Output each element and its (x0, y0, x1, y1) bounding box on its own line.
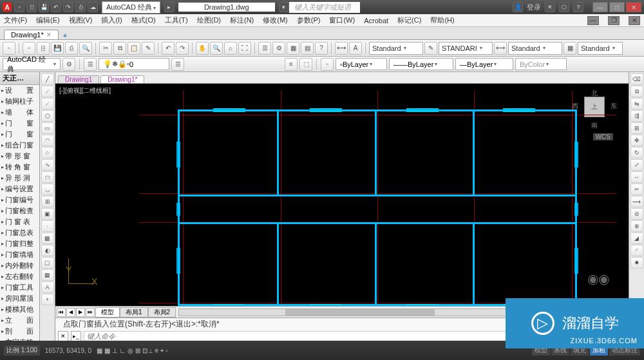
save2-icon[interactable]: 💾 (51, 42, 64, 55)
signin-icon[interactable]: 👤 (513, 2, 523, 12)
table-style-dropdown[interactable]: Standard▾ (508, 42, 562, 55)
palette-item[interactable]: 带 形 窗 (0, 151, 39, 162)
lineweight-dropdown[interactable]: — ByLayer (455, 58, 513, 70)
arc-icon[interactable]: ◠ (41, 135, 54, 146)
sheet-icon[interactable]: ▤ (301, 42, 314, 55)
text-icon[interactable]: A (349, 42, 362, 55)
layer-filter-icon[interactable]: ≡ (285, 58, 298, 71)
minimize-button[interactable]: — (592, 2, 608, 12)
palette-item[interactable]: 门窗归整 (0, 238, 39, 249)
menu-markup[interactable]: 标记(C) (397, 15, 421, 25)
extend-icon[interactable]: ⟶ (630, 196, 643, 207)
new2-icon[interactable]: ▫ (23, 42, 35, 55)
polygon-icon[interactable]: ⬠ (41, 110, 54, 122)
paste-icon[interactable]: 📋 (128, 42, 140, 55)
line-icon[interactable]: ╱ (41, 73, 54, 85)
menu-draw[interactable]: 绘图(D) (197, 15, 221, 25)
zoom-icon[interactable]: 🔍 (210, 42, 223, 55)
doc-tab[interactable]: Drawing1*✕ (4, 30, 59, 39)
color-dropdown[interactable]: ▫ ByLayer (336, 58, 387, 70)
zoom-win-icon[interactable]: ⌕ (224, 42, 237, 55)
palette-item[interactable]: 左右翻转 (0, 271, 39, 282)
undo2-icon[interactable]: ↶ (162, 42, 175, 55)
exchange-icon[interactable]: ✕ (545, 2, 555, 12)
palette-item[interactable]: 门窗编号 (0, 194, 39, 205)
polyline-icon[interactable]: ⟋ (41, 98, 54, 109)
redo2-icon[interactable]: ↷ (176, 42, 189, 55)
maximize-button[interactable]: □ (609, 2, 625, 12)
hatch-icon[interactable]: ▩ (41, 232, 54, 244)
chamfer-icon[interactable]: ◢ (630, 232, 643, 244)
menu-modify[interactable]: 修改(M) (263, 15, 288, 25)
menu-dim[interactable]: 标注(N) (230, 15, 254, 25)
print2-icon[interactable]: ⎙ (65, 42, 78, 55)
layer-props-icon[interactable]: ☰ (84, 58, 97, 71)
preview-icon[interactable]: 🔍 (79, 42, 92, 55)
rotate-icon[interactable]: ↻ (630, 147, 643, 158)
doc-minimize-button[interactable]: — (587, 16, 599, 25)
palette-item[interactable]: 门 窗 (0, 129, 39, 140)
cut-icon[interactable]: ✂ (99, 42, 112, 55)
steering-wheel-icon[interactable]: ◉◉ (587, 271, 609, 287)
layout-tab-2[interactable]: 布局2 (148, 307, 176, 317)
style-mgr-icon[interactable]: ✎ (424, 42, 437, 55)
block-icon[interactable]: ▣ (41, 208, 54, 220)
table-icon[interactable]: ▦ (41, 269, 54, 281)
dim-icon[interactable]: ⟷ (335, 42, 348, 55)
menu-edit[interactable]: 编辑(E) (36, 15, 60, 25)
drawing-tab-active[interactable]: Drawing1* (100, 75, 144, 83)
region-icon[interactable]: ▢ (41, 257, 54, 269)
navcube-south[interactable]: 南 (572, 121, 617, 130)
scale-icon[interactable]: ⤢ (630, 159, 643, 171)
workspace-dropdown[interactable]: AutoCAD 经典 (102, 1, 160, 14)
menu-format[interactable]: 格式(O) (131, 15, 156, 25)
close-button[interactable]: ✕ (626, 2, 641, 12)
open2-icon[interactable]: ⌸ (37, 42, 50, 55)
palette-item[interactable]: 转 角 窗 (0, 162, 39, 173)
point-icon[interactable]: · (41, 220, 54, 232)
layer-state-icon[interactable]: ☰ (171, 58, 184, 71)
dim-style-dropdown[interactable]: STANDARI▾ (439, 42, 493, 55)
move-icon[interactable]: ✥ (630, 135, 643, 146)
ellipse-icon[interactable]: ⬭ (41, 171, 54, 183)
linetype-dropdown[interactable]: —— ByLayer (389, 58, 453, 70)
layout-model-tab[interactable]: 模型 (95, 307, 120, 317)
save-icon[interactable]: 💾 (39, 2, 49, 12)
menu-param[interactable]: 参数(P) (297, 15, 321, 25)
tab-next-icon[interactable]: ▶ (76, 308, 85, 317)
tab-prev-icon[interactable]: ◀ (66, 308, 75, 317)
match-icon[interactable]: ✎ (142, 42, 155, 55)
dim-mgr-icon[interactable]: ⟷ (494, 42, 507, 55)
open-icon[interactable]: ⌸ (26, 2, 37, 12)
view-label[interactable]: [-][俯视][二维线框] (59, 86, 111, 95)
table-mgr-icon[interactable]: ▦ (564, 42, 576, 55)
palette-item[interactable]: 门 窗 表 (0, 216, 39, 227)
addsel-icon[interactable]: + (41, 294, 54, 305)
print-icon[interactable]: ⎙ (75, 2, 86, 12)
tool-palette-icon[interactable]: ▦ (287, 42, 299, 55)
xline-icon[interactable]: ⟋ (41, 86, 54, 97)
login-label[interactable]: 登录 (527, 3, 541, 12)
palette-item[interactable]: 剖 面 (0, 326, 39, 337)
copy-icon[interactable]: ⧉ (113, 42, 126, 55)
palette-item[interactable]: 立 面 (0, 315, 39, 326)
palette-item[interactable]: 内外翻转 (0, 260, 39, 271)
undo-icon[interactable]: ↶ (51, 2, 61, 12)
mtext-icon[interactable]: A (41, 281, 54, 293)
wcs-label[interactable]: WCS (593, 133, 613, 140)
join-icon[interactable]: ⊕ (630, 220, 643, 232)
new-file-icon[interactable]: ▫ (3, 42, 15, 55)
erase-icon[interactable]: ⌫ (630, 73, 643, 85)
mirror-icon[interactable]: ⇋ (630, 98, 643, 109)
scale-display[interactable]: 比例 1:100 (4, 345, 40, 355)
help-icon[interactable]: ? (573, 2, 583, 12)
pan-icon[interactable]: ✋ (196, 42, 209, 55)
menu-tools[interactable]: 工具(T) (165, 15, 188, 25)
circle-icon[interactable]: ○ (41, 147, 54, 158)
model-viewport[interactable]: [-][俯视][二维线框] 北 西 东 上 南 WCS (55, 84, 629, 306)
plotstyle-dropdown[interactable]: ByColor (515, 58, 567, 70)
command-icon[interactable]: ✕ (58, 331, 68, 341)
help2-icon[interactable]: ? (315, 42, 328, 55)
palette-item[interactable]: 编号设置 (0, 184, 39, 194)
palette-item[interactable]: 异 形 洞 (0, 173, 39, 184)
